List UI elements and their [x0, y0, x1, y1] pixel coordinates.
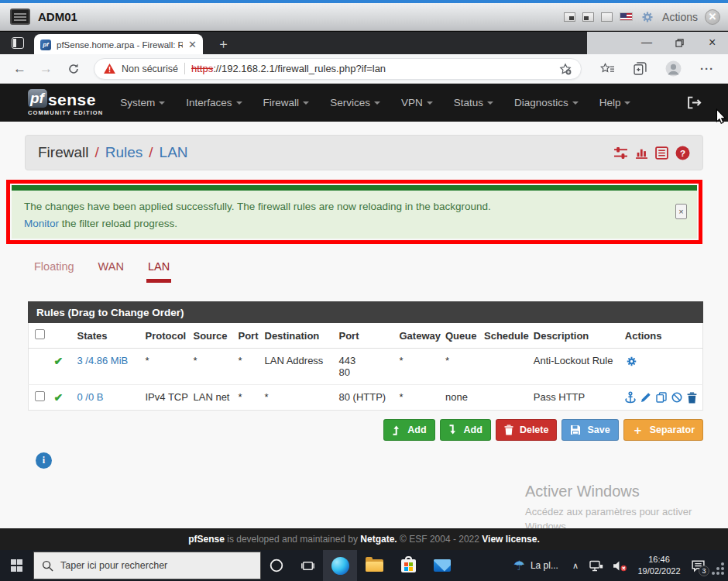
tab-lan[interactable]: LAN: [148, 260, 170, 273]
chevron-down-icon: [303, 101, 309, 105]
notification-badge: 3: [699, 566, 709, 576]
nav-item-status[interactable]: Status: [454, 97, 493, 108]
security-label[interactable]: Non sécurisé: [122, 64, 178, 74]
states-link[interactable]: 3 /4.86 MiB: [77, 355, 129, 366]
add-rule-bottom-button[interactable]: Add: [440, 419, 491, 441]
taskbar-explorer-button[interactable]: [357, 550, 391, 581]
favorites-icon[interactable]: [600, 63, 615, 75]
nav-item-system[interactable]: System: [120, 97, 165, 108]
tab-actions-icon[interactable]: [12, 37, 24, 49]
add-favorite-icon[interactable]: [559, 63, 572, 75]
tab-close-icon[interactable]: ✕: [188, 39, 197, 50]
help-icon[interactable]: ?: [675, 146, 690, 160]
keyboard-layout-flag-icon[interactable]: [620, 12, 633, 21]
weather-label[interactable]: La pl...: [531, 560, 558, 571]
breadcrumb: Firewall/Rules/LAN ?: [25, 135, 703, 170]
forward-button[interactable]: →: [39, 61, 53, 77]
filter-sliders-icon[interactable]: [613, 146, 628, 160]
browser-tab[interactable]: pf pfSense.home.arpa - Firewall: Ru ✕: [34, 34, 203, 55]
chevron-down-icon: [427, 101, 433, 105]
save-button[interactable]: Save: [561, 419, 618, 441]
volume-muted-icon[interactable]: [613, 560, 627, 572]
edit-pencil-icon[interactable]: [640, 392, 651, 403]
breadcrumb-firewall: Firewall: [38, 144, 88, 160]
vm-close-button[interactable]: ✕: [705, 9, 720, 25]
breadcrumb-rules-link[interactable]: Rules: [105, 144, 143, 160]
action-center-icon[interactable]: 3: [691, 559, 706, 572]
floppy-save-icon: [570, 425, 581, 435]
vm-screen-size-medium-icon[interactable]: [582, 12, 594, 22]
window-restore-button[interactable]: [675, 39, 684, 47]
window-close-button[interactable]: ×: [709, 36, 716, 50]
vm-titlebar: ADM01 Actions ✕: [0, 0, 728, 31]
alert-close-button[interactable]: ×: [675, 204, 687, 219]
netgate-link[interactable]: Netgate.: [360, 534, 397, 545]
logout-icon[interactable]: [687, 96, 702, 109]
nav-item-firewall[interactable]: Firewall: [263, 97, 310, 108]
taskbar-store-button[interactable]: [391, 550, 425, 581]
rules-panel-title: Rules (Drag to Change Order): [28, 301, 703, 323]
delete-trash-icon[interactable]: [687, 392, 697, 404]
alert-text: The changes have been applied successful…: [24, 198, 685, 215]
new-tab-button[interactable]: ＋: [217, 35, 230, 53]
vm-gear-icon[interactable]: [640, 9, 655, 25]
chevron-down-icon: [236, 101, 242, 105]
monitor-link[interactable]: Monitor: [24, 218, 59, 229]
start-button[interactable]: [0, 550, 33, 581]
row-checkbox[interactable]: [35, 391, 45, 401]
vm-screen-size-full-icon[interactable]: [601, 12, 613, 22]
browser-toolbar: ← → Non sécurisé https://192.168.2.1/fir…: [0, 54, 728, 84]
add-rule-top-button[interactable]: Add: [383, 419, 434, 441]
microsoft-store-icon: [401, 559, 416, 572]
back-button[interactable]: ←: [13, 61, 26, 77]
network-icon[interactable]: [589, 560, 603, 572]
schedule-cell: [482, 385, 531, 411]
tray-chevron-icon[interactable]: ∧: [572, 561, 579, 571]
task-view-button[interactable]: [292, 550, 323, 581]
states-link[interactable]: 0 /0 B: [77, 391, 104, 403]
vm-actions-button[interactable]: Actions: [662, 11, 698, 23]
rule-row-anti-lockout: ✔ 3 /4.86 MiB * * * LAN Address 44380 * …: [29, 349, 703, 385]
trash-icon: [504, 425, 513, 435]
taskbar-edge-button[interactable]: [323, 550, 357, 581]
taskbar-search-input[interactable]: Taper ici pour rechercher: [33, 552, 261, 579]
pfsense-footer: pfSense is developed and maintained by N…: [0, 528, 728, 550]
nav-item-services[interactable]: Services: [330, 97, 380, 108]
taskbar-clock[interactable]: 16:46 19/02/2022: [635, 554, 683, 577]
copy-icon[interactable]: [656, 392, 667, 403]
cortana-button[interactable]: [261, 550, 292, 581]
anchor-icon[interactable]: [625, 391, 636, 404]
log-list-icon[interactable]: [655, 146, 668, 160]
separator-button[interactable]: ＋ Separator: [623, 419, 703, 441]
pfsense-logo[interactable]: pf sense COMMUNITY EDITION: [28, 89, 103, 116]
vm-screen-size-small-icon[interactable]: [564, 12, 575, 22]
collections-icon[interactable]: [634, 62, 647, 75]
chevron-down-icon: [624, 101, 630, 105]
nav-item-diagnostics[interactable]: Diagnostics: [514, 97, 579, 108]
window-minimize-button[interactable]: —: [641, 36, 652, 48]
info-icon[interactable]: i: [36, 452, 52, 469]
page-content: Firewall/Rules/LAN ? The changes have be…: [0, 122, 728, 550]
resize-grip: [709, 559, 726, 579]
browser-menu-icon[interactable]: ···: [700, 62, 714, 75]
refresh-button[interactable]: [67, 63, 80, 75]
tab-floating[interactable]: Floating: [34, 260, 74, 273]
nav-item-interfaces[interactable]: Interfaces: [186, 97, 242, 108]
taskbar-mail-button[interactable]: [425, 550, 459, 581]
weather-umbrella-icon[interactable]: ☂: [513, 558, 525, 574]
address-bar[interactable]: Non sécurisé https://192.168.2.1/firewal…: [94, 58, 582, 80]
svg-text:?: ?: [680, 147, 685, 157]
breadcrumb-lan-link[interactable]: LAN: [160, 144, 188, 160]
file-explorer-icon: [366, 559, 383, 572]
tab-wan[interactable]: WAN: [98, 260, 124, 273]
view-license-link[interactable]: View license.: [482, 534, 540, 545]
nav-item-vpn[interactable]: VPN: [401, 97, 433, 108]
disable-ban-icon[interactable]: [671, 392, 682, 403]
profile-avatar[interactable]: [665, 60, 682, 77]
nav-item-help[interactable]: Help: [599, 97, 631, 108]
bar-chart-icon[interactable]: [635, 146, 648, 160]
select-all-checkbox[interactable]: [35, 329, 45, 339]
delete-button[interactable]: Delete: [496, 419, 558, 441]
not-secure-warning-icon: [104, 64, 115, 74]
settings-gear-icon[interactable]: [625, 355, 638, 368]
